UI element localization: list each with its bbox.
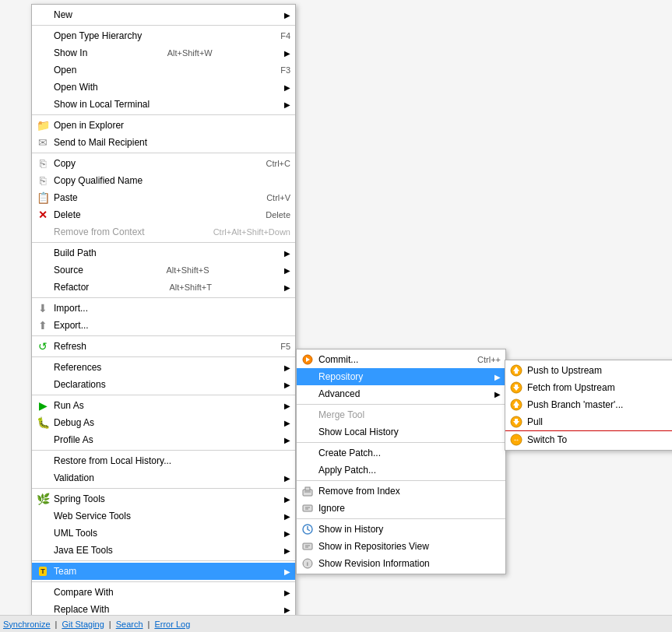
menu-item-build-path[interactable]: Build Path ▶ — [32, 244, 295, 262]
menu-item-open-type-hierarchy[interactable]: Open Type Hierarchy F4 — [32, 27, 295, 44]
menu-item-delete[interactable]: ✕ Delete Delete — [32, 206, 295, 223]
repo-label: Repository — [318, 371, 363, 382]
menu-item-references[interactable]: References ▶ — [32, 359, 295, 376]
import-icon: ⬇ — [35, 300, 51, 316]
jee-arrow: ▶ — [276, 546, 290, 555]
slt-label: Show in Local Terminal — [54, 99, 150, 110]
export-icon: ⬆ — [35, 318, 51, 333]
menu-item-refresh[interactable]: ↺ Refresh F5 — [32, 338, 295, 355]
val-label: Validation — [54, 472, 94, 483]
remove-index-icon — [300, 483, 315, 499]
bottom-sep3: | — [148, 620, 150, 629]
menu-item-profile-as[interactable]: Profile As ▶ — [32, 431, 295, 448]
menu-item-source[interactable]: Source Alt+Shift+S ▶ — [32, 262, 295, 279]
menu-item-copy-qualified[interactable]: ⎘ Copy Qualified Name — [32, 172, 295, 189]
ri-label: Remove from Index — [318, 486, 400, 497]
svg-rect-5 — [303, 505, 312, 511]
run-icon: ▶ — [35, 398, 51, 413]
menu-item-show-revision[interactable]: i Show Revision Information — [297, 555, 505, 572]
delete-icon: ✕ — [35, 207, 51, 223]
refresh-shortcut: F5 — [265, 342, 290, 351]
cmp-arrow: ▶ — [276, 588, 290, 597]
menu-item-show-local-terminal[interactable]: Show in Local Terminal ▶ — [32, 96, 295, 113]
bottom-sync[interactable]: Synchronize — [3, 620, 51, 629]
sr-label: Show in Repositories View — [318, 541, 429, 552]
main-context-menu: New ▶ Open Type Hierarchy F4 Show In Alt… — [31, 4, 296, 620]
menu-item-show-repos[interactable]: Show in Repositories View — [297, 538, 505, 555]
menu-item-copy[interactable]: ⎘ Copy Ctrl+C — [32, 155, 295, 172]
menu-item-merge-tool[interactable]: Merge Tool — [297, 406, 505, 423]
mail-icon: ✉ — [35, 135, 51, 150]
menu-item-uml-tools[interactable]: UML Tools ▶ — [32, 525, 295, 542]
menu-item-switch-to[interactable]: ↔ Switch To ▶ — [505, 431, 672, 448]
menu-item-compare[interactable]: Compare With ▶ — [32, 584, 295, 601]
menu-item-send-mail[interactable]: ✉ Send to Mail Recipient — [32, 134, 295, 151]
uml-arrow: ▶ — [276, 529, 290, 538]
repo-arrow: ▶ — [487, 373, 501, 381]
svg-text:↔: ↔ — [513, 436, 520, 444]
sep9 — [32, 450, 295, 451]
menu-item-validation[interactable]: Validation ▶ — [32, 469, 295, 486]
svg-rect-16 — [515, 371, 518, 374]
menu-item-remove-context[interactable]: Remove from Context Ctrl+Alt+Shift+Down — [32, 223, 295, 241]
repository-submenu: Push to Upstream Fetch from Upstream Pus… — [505, 360, 672, 451]
rc-shortcut: Ctrl+Alt+Shift+Down — [198, 227, 290, 237]
fetch-icon — [508, 380, 524, 395]
sep5 — [32, 297, 295, 298]
menu-item-repository[interactable]: Repository ▶ — [297, 368, 505, 385]
menu-item-web-service[interactable]: Web Service Tools ▶ — [32, 507, 295, 525]
team-sep4 — [297, 518, 505, 519]
team-arrow: ▶ — [276, 567, 290, 576]
menu-item-team[interactable]: T Team ▶ — [32, 563, 295, 580]
menu-item-open-explorer[interactable]: 📁 Open in Explorer — [32, 117, 295, 134]
fu-label: Fetch from Upstream — [527, 382, 615, 393]
menu-item-debug-as[interactable]: 🐛 Debug As ▶ — [32, 414, 295, 431]
new-label: New — [54, 9, 72, 20]
decl-arrow: ▶ — [276, 381, 290, 389]
menu-item-remove-index[interactable]: Remove from Index — [297, 483, 505, 500]
debug-arrow: ▶ — [276, 419, 290, 427]
menu-item-export[interactable]: ⬆ Export... — [32, 317, 295, 334]
sep4 — [32, 242, 295, 243]
menu-item-apply-patch[interactable]: Apply Patch... — [297, 462, 505, 479]
rep-arrow: ▶ — [276, 606, 290, 614]
menu-item-open[interactable]: Open F3 — [32, 61, 295, 79]
menu-item-push-upstream[interactable]: Push to Upstream — [505, 362, 672, 379]
delete-shortcut: Delete — [250, 210, 290, 219]
svg-rect-25 — [515, 419, 518, 421]
menu-item-commit[interactable]: Commit... Ctrl++ — [297, 351, 505, 368]
commit-label: Commit... — [318, 354, 358, 365]
oe-label: Open in Explorer — [54, 120, 124, 131]
menu-item-new[interactable]: New ▶ — [32, 6, 295, 23]
bottom-staging[interactable]: Git Staging — [62, 620, 104, 629]
bottom-error-log[interactable]: Error Log — [154, 620, 190, 629]
spring-icon: 🌿 — [35, 491, 51, 507]
menu-item-spring-tools[interactable]: 🌿 Spring Tools ▶ — [32, 490, 295, 507]
mt-label: Merge Tool — [318, 409, 364, 420]
cq-label: Copy Qualified Name — [54, 175, 142, 186]
menu-item-paste[interactable]: 📋 Paste Ctrl+V — [32, 189, 295, 206]
menu-item-pull[interactable]: Pull — [505, 413, 672, 430]
sep6 — [32, 335, 295, 336]
menu-item-ignore[interactable]: Ignore — [297, 500, 505, 517]
menu-item-java-ee[interactable]: Java EE Tools ▶ — [32, 542, 295, 559]
refresh-icon: ↺ — [35, 339, 51, 354]
menu-item-declarations[interactable]: Declarations ▶ — [32, 376, 295, 393]
menu-item-show-in[interactable]: Show In Alt+Shift+W ▶ — [32, 44, 295, 61]
revision-icon: i — [300, 556, 315, 571]
menu-item-fetch-upstream[interactable]: Fetch from Upstream — [505, 379, 672, 396]
rep-label: Replace With — [54, 604, 109, 615]
debug-label: Debug As — [54, 417, 94, 428]
menu-item-advanced[interactable]: Advanced ▶ — [297, 385, 505, 402]
menu-item-create-patch[interactable]: Create Patch... — [297, 444, 505, 462]
menu-item-show-local-history[interactable]: Show Local History — [297, 423, 505, 441]
menu-item-refactor[interactable]: Refactor Alt+Shift+T ▶ — [32, 279, 295, 296]
menu-item-show-history[interactable]: Show in History — [297, 521, 505, 538]
menu-item-open-with[interactable]: Open With ▶ — [32, 79, 295, 96]
menu-item-push-branch[interactable]: Push Branch 'master'... — [505, 396, 672, 413]
sep8 — [32, 395, 295, 395]
menu-item-restore-history[interactable]: Restore from Local History... — [32, 452, 295, 469]
menu-item-run-as[interactable]: ▶ Run As ▶ — [32, 397, 295, 414]
menu-item-import[interactable]: ⬇ Import... — [32, 300, 295, 317]
bottom-search[interactable]: Search — [116, 620, 143, 629]
